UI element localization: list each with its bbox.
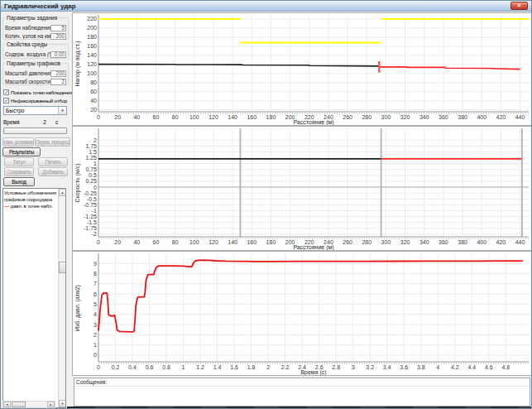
- vertical-scroll-thumb[interactable]: [59, 262, 66, 273]
- scroll-down-icon[interactable]: ▼: [59, 400, 66, 407]
- horizontal-scroll-thumb[interactable]: [12, 402, 26, 407]
- svg-text:1: 1: [182, 364, 185, 370]
- svg-text:Напор (м вод.ст.): Напор (м вод.ст.): [74, 41, 81, 86]
- checkbox-unfixed-draw[interactable]: ✓ Нефиксированный отбор: [3, 97, 69, 104]
- input-nodes-per-km[interactable]: [50, 33, 66, 40]
- svg-text:2: 2: [266, 364, 270, 370]
- svg-text:180: 180: [266, 239, 276, 245]
- svg-text:4: 4: [436, 364, 439, 370]
- svg-text:80: 80: [90, 79, 97, 85]
- svg-text:Скорость (м/с): Скорость (м/с): [74, 163, 81, 202]
- svg-text:1.8: 1.8: [247, 364, 256, 370]
- transient-process-button[interactable]: Перех. процесс: [35, 137, 70, 147]
- group-medium-props: Свойства среды Содерж. воздуха (%): [2, 44, 69, 59]
- scroll-right-icon[interactable]: ►: [47, 402, 55, 407]
- svg-text:40: 40: [133, 114, 140, 120]
- svg-text:0: 0: [93, 352, 97, 358]
- progress-bar: [3, 128, 67, 134]
- svg-text:360: 360: [439, 239, 448, 245]
- svg-text:120: 120: [208, 239, 218, 245]
- scroll-left-icon[interactable]: ◄: [3, 402, 11, 407]
- input-air-content[interactable]: [50, 51, 66, 58]
- time-label: Время: [3, 119, 34, 125]
- scroll-up-icon[interactable]: ▲: [59, 189, 66, 196]
- checkbox-show-observation-points[interactable]: ✓ Показать точки наблюдения: [3, 89, 69, 96]
- svg-text:1: 1: [93, 342, 97, 348]
- exit-button[interactable]: Выход: [3, 177, 35, 186]
- save-button[interactable]: Сохранить: [4, 167, 34, 176]
- window-title: Гидравлический удар: [4, 2, 510, 11]
- svg-text:280: 280: [362, 114, 371, 120]
- results-button[interactable]: Результаты: [2, 147, 41, 156]
- svg-text:360: 360: [439, 114, 448, 120]
- legend-vertical-scrollbar[interactable]: ▲ ▼: [58, 189, 65, 407]
- add-button[interactable]: Добавить: [38, 167, 68, 176]
- svg-text:320: 320: [400, 239, 410, 245]
- svg-text:1.4: 1.4: [213, 364, 222, 370]
- svg-text:3.8: 3.8: [417, 364, 425, 370]
- svg-text:400: 400: [477, 239, 486, 245]
- svg-text:160: 160: [247, 114, 256, 120]
- group-chart-params-title: Параметры графиков: [6, 60, 61, 66]
- group-medium-props-title: Свойства среды: [6, 41, 48, 47]
- svg-text:120: 120: [87, 61, 97, 67]
- svg-text:Расстояние (м): Расстояние (м): [293, 244, 333, 250]
- svg-text:80: 80: [172, 239, 179, 245]
- messages-panel: Сообщения:: [74, 378, 530, 407]
- input-observation-time[interactable]: [50, 25, 66, 31]
- title-page-button[interactable]: Титул: [4, 157, 34, 166]
- close-button[interactable]: ✕: [510, 2, 528, 10]
- pressure-time-chart: 00.20.40.60.811.21.41.61.822.22.42.62.83…: [72, 251, 532, 376]
- legend-horizontal-scrollbar[interactable]: ◄ ►: [2, 401, 55, 408]
- svg-text:Расстояние (м): Расстояние (м): [293, 119, 333, 125]
- checkbox-unfixed-draw-label: Нефиксированный отбор: [11, 98, 67, 103]
- app-window: Гидравлический удар ✕ Параметры задания …: [0, 0, 532, 409]
- svg-text:8: 8: [93, 271, 97, 277]
- svg-text:4.4: 4.4: [467, 364, 476, 370]
- charts-area: 0204060801001201401601802002202402602803…: [72, 12, 531, 408]
- svg-text:120: 120: [208, 114, 218, 120]
- init-conditions-button[interactable]: Нач. условия: [2, 137, 34, 147]
- svg-text:80: 80: [172, 114, 179, 120]
- checkbox-icon: ✓: [3, 89, 9, 95]
- svg-text:4.2: 4.2: [451, 364, 459, 370]
- svg-text:2: 2: [93, 332, 97, 338]
- svg-text:3.6: 3.6: [400, 364, 408, 370]
- svg-text:0: 0: [97, 114, 100, 120]
- svg-text:100: 100: [189, 114, 199, 120]
- svg-text:200: 200: [87, 25, 97, 31]
- svg-text:40: 40: [90, 98, 97, 103]
- svg-text:-1.5: -1.5: [87, 219, 97, 225]
- svg-text:1.25: 1.25: [85, 155, 97, 161]
- svg-text:300: 300: [381, 114, 391, 120]
- speed-select[interactable]: Быстро ▼: [3, 106, 67, 115]
- svg-text:0.8: 0.8: [162, 364, 170, 370]
- legend-listbox[interactable]: Условные обозначения графиков гидроудара…: [2, 188, 66, 408]
- print-button[interactable]: Печать: [38, 157, 68, 166]
- svg-text:20: 20: [114, 239, 121, 245]
- input-pressure-scale[interactable]: [50, 70, 66, 77]
- speed-select-value: Быстро: [4, 108, 58, 113]
- label-nodes-per-km: Колич. узлов на км.: [5, 33, 50, 39]
- svg-text:4.6: 4.6: [485, 364, 493, 370]
- svg-text:-1: -1: [92, 208, 97, 214]
- svg-text:440: 440: [515, 239, 525, 245]
- svg-text:1.5: 1.5: [89, 149, 97, 155]
- svg-text:100: 100: [87, 70, 97, 76]
- svg-text:340: 340: [419, 239, 429, 245]
- svg-text:180: 180: [87, 34, 97, 40]
- svg-text:140: 140: [87, 52, 97, 58]
- svg-text:380: 380: [458, 239, 467, 245]
- time-unit: с: [55, 119, 67, 125]
- chevron-down-icon: ▼: [58, 107, 66, 114]
- svg-text:40: 40: [133, 239, 140, 245]
- svg-text:1.2: 1.2: [196, 364, 204, 370]
- svg-text:0.2: 0.2: [112, 364, 120, 370]
- svg-text:140: 140: [228, 239, 237, 245]
- titlebar[interactable]: Гидравлический удар ✕: [1, 1, 531, 12]
- close-icon: ✕: [517, 2, 522, 8]
- svg-text:2.8: 2.8: [332, 364, 340, 370]
- input-velocity-scale[interactable]: [50, 79, 66, 85]
- svg-text:0: 0: [97, 239, 100, 245]
- legend-series-row: — давл. в точке набл.: [4, 203, 57, 209]
